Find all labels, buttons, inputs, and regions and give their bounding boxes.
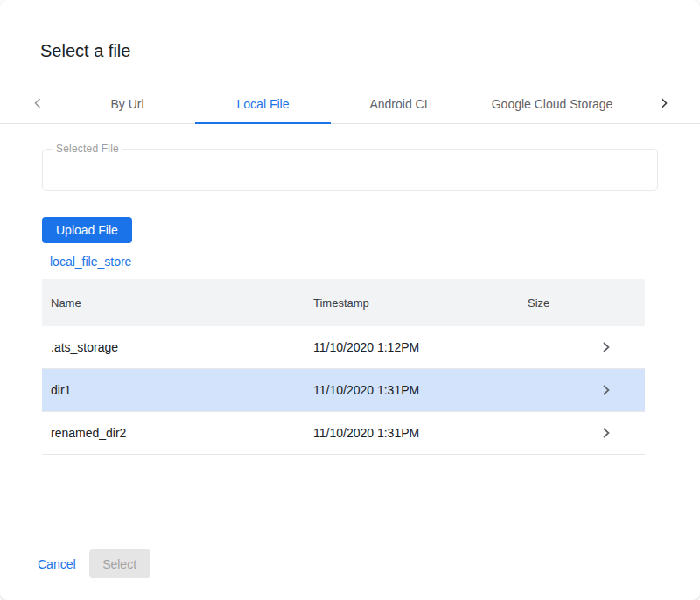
cancel-button[interactable]: Cancel bbox=[38, 557, 76, 571]
file-name: dir1 bbox=[51, 383, 313, 397]
file-table: Name Timestamp Size .ats_storage 11/10/2… bbox=[42, 279, 645, 455]
table-row[interactable]: .ats_storage 11/10/2020 1:12PM bbox=[42, 326, 645, 369]
selected-file-input[interactable] bbox=[43, 150, 657, 190]
file-timestamp: 11/10/2020 1:31PM bbox=[313, 426, 528, 440]
tab-label: Android CI bbox=[369, 97, 427, 111]
tab-android-ci[interactable]: Android CI bbox=[331, 85, 466, 123]
file-timestamp: 11/10/2020 1:31PM bbox=[313, 383, 528, 397]
table-row[interactable]: renamed_dir2 11/10/2020 1:31PM bbox=[42, 412, 645, 455]
table-row[interactable]: dir1 11/10/2020 1:31PM bbox=[42, 369, 645, 412]
chevron-right-icon[interactable] bbox=[601, 340, 611, 354]
column-header-name: Name bbox=[51, 297, 313, 310]
dialog-content: Selected File Upload File local_file_sto… bbox=[0, 149, 700, 455]
tab-google-cloud-storage[interactable]: Google Cloud Storage bbox=[466, 85, 638, 123]
tab-local-file[interactable]: Local File bbox=[195, 85, 331, 123]
chevron-right-icon[interactable] bbox=[601, 426, 611, 440]
chevron-right-icon bbox=[659, 97, 669, 112]
select-file-dialog: Select a file By Url Local File Android … bbox=[0, 0, 700, 600]
tab-label: Local File bbox=[237, 97, 290, 111]
file-timestamp: 11/10/2020 1:12PM bbox=[313, 340, 528, 354]
tab-label: Google Cloud Storage bbox=[492, 97, 613, 111]
column-header-size: Size bbox=[528, 297, 566, 310]
selected-file-field: Selected File bbox=[42, 149, 658, 191]
tab-by-url[interactable]: By Url bbox=[60, 85, 195, 123]
active-tab-indicator bbox=[195, 122, 331, 124]
dialog-title: Select a file bbox=[0, 0, 700, 61]
tab-list: By Url Local File Android CI Google Clou… bbox=[60, 85, 700, 123]
column-header-timestamp: Timestamp bbox=[313, 297, 528, 310]
file-name: renamed_dir2 bbox=[51, 426, 313, 440]
file-name: .ats_storage bbox=[51, 340, 313, 354]
tabs-scroll-left-button[interactable] bbox=[26, 85, 49, 123]
tab-bar: By Url Local File Android CI Google Clou… bbox=[0, 85, 700, 124]
upload-file-button[interactable]: Upload File bbox=[42, 217, 132, 243]
tabs-scroll-right-button[interactable] bbox=[653, 85, 676, 123]
chevron-left-icon bbox=[32, 97, 43, 112]
dialog-footer: Cancel Select bbox=[38, 549, 150, 578]
breadcrumb-local-file-store[interactable]: local_file_store bbox=[50, 255, 131, 269]
select-button[interactable]: Select bbox=[89, 549, 150, 578]
table-header-row: Name Timestamp Size bbox=[42, 279, 645, 326]
chevron-right-icon[interactable] bbox=[601, 383, 611, 397]
tab-label: By Url bbox=[110, 97, 144, 111]
